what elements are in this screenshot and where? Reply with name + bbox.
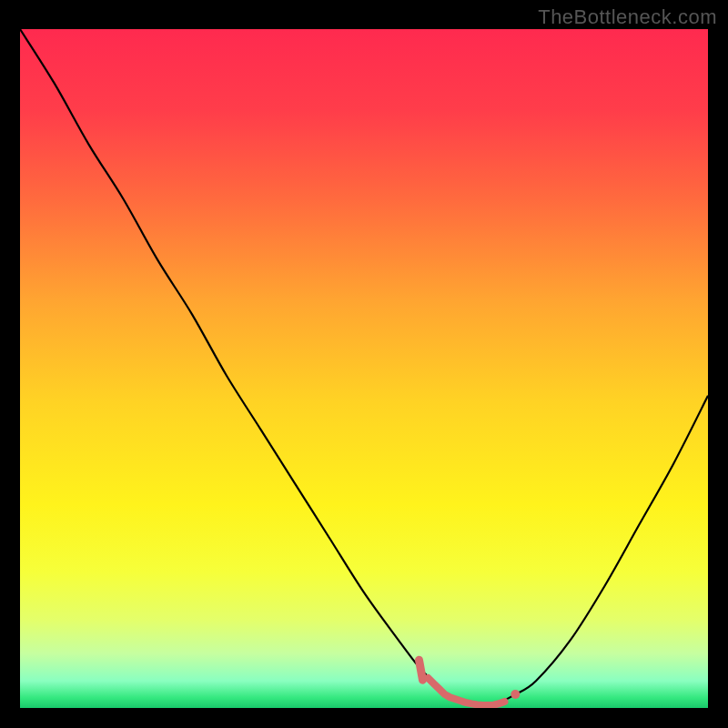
plot-area xyxy=(20,29,708,708)
optimal-range-markers xyxy=(419,660,520,705)
bottleneck-curve xyxy=(20,29,708,704)
curve-layer xyxy=(20,29,708,708)
watermark-text: TheBottleneck.com xyxy=(538,5,717,29)
svg-point-1 xyxy=(511,690,520,699)
